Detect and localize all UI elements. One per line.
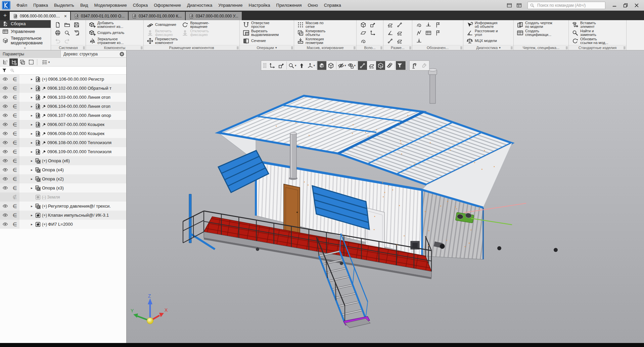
visibility-toggle[interactable]	[0, 156, 10, 165]
ribbon-mode-2[interactable]: Управление	[0, 28, 51, 36]
orient-up-button[interactable]	[297, 61, 306, 70]
expand-arrow-icon[interactable]: ▸	[30, 159, 34, 163]
toolbar-icon-button[interactable]	[62, 37, 72, 45]
menu-item-2[interactable]: Правка	[30, 1, 51, 9]
toolbar-icon-button[interactable]	[414, 29, 424, 37]
fragments-button[interactable]	[385, 61, 394, 70]
ribbon-button[interactable]: Отключить фиксацию	[181, 29, 210, 37]
eyedropper-button[interactable]	[419, 61, 428, 70]
visibility-toggle[interactable]	[0, 111, 10, 120]
expand-arrow-icon[interactable]: ▸	[30, 132, 34, 135]
toolbar-icon-button[interactable]	[62, 29, 72, 37]
layout-split-button[interactable]	[515, 1, 523, 9]
menu-item-1[interactable]: Файл	[13, 1, 30, 9]
ribbon-button[interactable]: Совпадение	[146, 21, 179, 29]
expand-arrow-icon[interactable]: ▸	[30, 104, 34, 108]
ribbon-button[interactable]: Массив по сетке	[296, 21, 356, 29]
tree-item[interactable]: ∈▸0906.007-00.00.000 Козырек	[0, 120, 126, 129]
group-grip-icon[interactable]	[409, 46, 411, 49]
group-grip-icon[interactable]	[566, 46, 568, 49]
group-grip-icon[interactable]	[460, 46, 462, 49]
building-model[interactable]	[183, 69, 558, 328]
toolbar-icon-button[interactable]	[433, 21, 443, 29]
include-toggle[interactable]: ∈	[10, 147, 19, 156]
tree-filter-list-button[interactable]: ▾	[39, 58, 52, 66]
ribbon-button[interactable]: Создать деталь	[88, 29, 143, 37]
menu-item-9[interactable]: Управление	[215, 1, 245, 9]
visibility-toggle[interactable]	[0, 120, 10, 129]
ribbon-button[interactable]: Создать спецификаци...	[516, 29, 568, 37]
ribbon-button[interactable]: Сечение	[242, 37, 293, 45]
include-toggle[interactable]: ∈	[10, 120, 19, 129]
zoom-button[interactable]: ▾	[287, 61, 297, 70]
tree-structure-button[interactable]	[9, 58, 18, 66]
tree-item[interactable]: ∈▸0906.107-00.00.000 Линия опор	[0, 111, 126, 120]
visibility-toggle[interactable]	[0, 75, 10, 84]
toolbar-icon-button[interactable]	[433, 29, 443, 37]
vent-pipe-front[interactable]	[289, 132, 297, 180]
tree-settings-button[interactable]	[118, 50, 126, 57]
ribbon-button[interactable]: МЦХ модели	[465, 37, 513, 45]
crane-button[interactable]	[410, 61, 419, 70]
toolbar-icon-button[interactable]	[395, 37, 404, 45]
toolbar-icon-button[interactable]	[395, 21, 404, 29]
toolbar-icon-button[interactable]	[385, 37, 395, 45]
visibility-toggle[interactable]	[0, 102, 10, 111]
tree-item[interactable]: ∈▸(+)ФИ7 L=2000	[0, 220, 126, 229]
ribbon-mode-1[interactable]: Сборка	[0, 20, 51, 28]
toolbar-icon-button[interactable]	[359, 29, 368, 37]
toolbar-icon-button[interactable]	[359, 37, 368, 45]
shaded-button[interactable]	[317, 61, 326, 70]
menu-item-3[interactable]: Выделить	[51, 1, 77, 9]
include-toggle[interactable]: ∈	[10, 211, 19, 220]
expand-arrow-icon[interactable]: ▸	[30, 186, 34, 190]
tree-item[interactable]: ∈▸0906.104-00.00.000 Линия отоп	[0, 102, 126, 111]
toolbar-icon-button[interactable]	[385, 21, 395, 29]
ribbon-button[interactable]: Зеркальное отражение ко...	[88, 37, 143, 45]
group-grip-icon[interactable]	[291, 46, 293, 49]
vent-pipe-roof[interactable]	[428, 69, 437, 103]
wireframe-button[interactable]	[326, 61, 335, 70]
view-triad-button[interactable]: ▾	[306, 61, 316, 70]
dimensions-button[interactable]	[367, 61, 376, 70]
visibility-toggle[interactable]	[0, 93, 10, 102]
toolbar-icon-button[interactable]	[414, 21, 424, 29]
tree-item[interactable]: ∈▸(+)Опора (x6)	[0, 156, 126, 165]
ribbon-button[interactable]: Обновить ссылки на мод...	[571, 37, 626, 45]
visibility-toggle[interactable]	[0, 192, 10, 202]
tree-item[interactable]: ∈▸Опора (x3)	[0, 183, 126, 192]
close-button[interactable]	[631, 1, 642, 10]
expand-arrow-icon[interactable]: ▸	[30, 86, 34, 90]
tab-parameters[interactable]: Параметры	[0, 50, 61, 57]
toolbar-icon-button[interactable]	[62, 21, 72, 29]
toolbar-icon-button[interactable]	[424, 21, 433, 29]
toolbar-icon-button[interactable]	[53, 37, 62, 45]
toolbar-icon-button[interactable]	[368, 21, 377, 29]
toolbar-icon-button[interactable]	[385, 29, 395, 37]
tab-close-button[interactable]: ×	[64, 14, 67, 18]
chevron-down-icon[interactable]: ▾	[275, 46, 277, 49]
include-toggle[interactable]: ∈	[10, 84, 19, 93]
3d-model-canvas[interactable]: Z Y X	[127, 50, 644, 343]
include-toggle[interactable]: ∈	[10, 174, 19, 183]
command-search-input[interactable]	[537, 3, 603, 8]
toolbar-icon-button[interactable]	[72, 21, 81, 29]
visibility-toggle[interactable]	[0, 174, 10, 183]
visibility-toggle[interactable]	[0, 129, 10, 138]
group-grip-icon[interactable]	[354, 46, 356, 49]
include-toggle[interactable]: ∈	[10, 129, 19, 138]
tree-item[interactable]: ∈▸0906.109-00.00.000 Теплоизоля	[0, 147, 126, 156]
expand-arrow-icon[interactable]: ▸	[30, 204, 34, 208]
menu-item-7[interactable]: Оформление	[151, 1, 184, 9]
ribbon-button[interactable]: Создать чертеж по модели	[516, 21, 568, 29]
clip-view-button[interactable]	[376, 61, 385, 70]
expand-arrow-icon[interactable]: ▸	[30, 114, 34, 117]
menu-item-13[interactable]: Справка	[321, 1, 344, 9]
collapse-ribbon-button[interactable]: »	[0, 46, 51, 50]
include-toggle[interactable]: ∈	[10, 165, 19, 174]
menu-item-4[interactable]: Вид	[77, 1, 91, 9]
tree-item[interactable]: ∈▸Опора (x2)	[0, 174, 126, 183]
tree-relations-button[interactable]	[18, 58, 27, 66]
command-search[interactable]	[527, 2, 605, 9]
chevron-down-icon[interactable]: ▾	[499, 46, 501, 49]
